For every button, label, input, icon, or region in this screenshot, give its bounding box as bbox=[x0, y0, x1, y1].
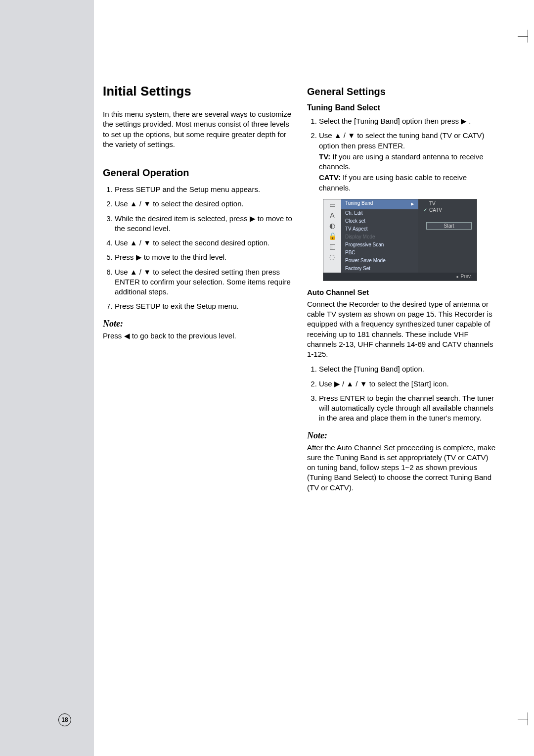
check-icon: ✓ bbox=[423, 207, 427, 213]
osd-menu-item: Progressive Scan bbox=[341, 241, 418, 249]
osd-footer: ◂Prev. bbox=[323, 273, 477, 281]
osd-menu-graphic: ▭ A ◐ 🔒 ▥ ◌ Tuning Band ▸ Ch. Edit Cloc bbox=[323, 199, 477, 281]
osd-menu-item: TV Aspect bbox=[341, 225, 418, 233]
intro-paragraph: In this menu system, there are several w… bbox=[103, 109, 293, 149]
osd-footer-label: Prev. bbox=[460, 274, 472, 279]
page-title: Initial Settings bbox=[103, 84, 293, 98]
osd-menu-list: Tuning Band ▸ Ch. Edit Clock set TV Aspe… bbox=[341, 199, 418, 273]
step-item: Use ▲ / ▼ to select the second desired o… bbox=[115, 238, 293, 248]
tuning-band-steps: Select the [Tuning Band] option then pre… bbox=[307, 116, 497, 193]
osd-menu-item-disabled: Display Mode bbox=[341, 233, 418, 241]
step-item: Select the [Tuning Band] option. bbox=[319, 364, 497, 374]
audio-category-icon: ◐ bbox=[326, 222, 339, 231]
osd-option-list: ✓TV ✓CATV Start bbox=[418, 199, 477, 273]
chevron-right-icon: ▸ bbox=[411, 200, 414, 207]
step-item: Use ▶ / ▲ / ▼ to select the [Start] icon… bbox=[319, 379, 497, 389]
osd-menu-item: Factory Set bbox=[341, 265, 418, 273]
step-item: Press ENTER to begin the channel search.… bbox=[319, 393, 497, 424]
general-settings-heading: General Settings bbox=[307, 86, 497, 97]
osd-menu-item: PBC bbox=[341, 249, 418, 257]
step-item: While the desired item is selected, pres… bbox=[115, 214, 293, 234]
general-operation-steps: Press SETUP and the Setup menu appears. … bbox=[103, 185, 293, 312]
left-margin-band bbox=[0, 0, 94, 756]
auto-channel-set-steps: Select the [Tuning Band] option. Use ▶ /… bbox=[307, 364, 497, 423]
tv-category-icon: ▭ bbox=[326, 201, 339, 210]
page-content: Initial Settings In this menu system, th… bbox=[94, 0, 524, 493]
tv-label: TV: bbox=[319, 152, 330, 161]
lock-category-icon: 🔒 bbox=[326, 232, 339, 241]
right-column: General Settings Tuning Band Select Sele… bbox=[307, 84, 497, 493]
crop-mark-top-right bbox=[528, 30, 528, 43]
general-operation-heading: General Operation bbox=[103, 167, 293, 179]
auto-channel-set-intro: Connect the Recorder to the desired type… bbox=[307, 299, 497, 360]
osd-menu-item: Clock set bbox=[341, 217, 418, 225]
osd-option-label: CATV bbox=[429, 207, 442, 213]
osd-menu-item-label: Tuning Band bbox=[345, 200, 373, 208]
osd-option-item-checked: ✓CATV bbox=[421, 207, 474, 213]
osd-menu-item-selected: Tuning Band ▸ bbox=[341, 199, 418, 209]
page-number: 18 bbox=[58, 713, 71, 726]
language-category-icon: A bbox=[326, 211, 339, 221]
step-item: Use ▲ / ▼ to select the tuning band (TV … bbox=[319, 131, 497, 193]
auto-channel-set-heading: Auto Channel Set bbox=[307, 288, 497, 296]
left-column: Initial Settings In this menu system, th… bbox=[103, 84, 293, 493]
disc-category-icon: ◌ bbox=[326, 253, 339, 262]
catv-label: CATV: bbox=[319, 173, 341, 182]
note-body: Press ◀ to go back to the previous level… bbox=[103, 331, 293, 341]
step-text: Use ▲ / ▼ to select the tuning band (TV … bbox=[319, 131, 485, 149]
catv-text: If you are using basic cable to receive … bbox=[319, 173, 467, 191]
osd-menu-item: Ch. Edit bbox=[341, 209, 418, 217]
osd-option-item: ✓TV bbox=[421, 200, 474, 207]
step-item: Press ▶ to move to the third level. bbox=[115, 252, 293, 262]
step-item: Press SETUP to exit the Setup menu. bbox=[115, 301, 293, 311]
crop-mark-bottom-right bbox=[528, 712, 528, 725]
tv-text: If you are using a standard antenna to r… bbox=[319, 152, 484, 171]
step-item: Press SETUP and the Setup menu appears. bbox=[115, 185, 293, 194]
step-item: Use ▲ / ▼ to select the desired option. bbox=[115, 199, 293, 209]
note-label: Note: bbox=[307, 430, 497, 441]
tuning-band-select-heading: Tuning Band Select bbox=[307, 103, 497, 112]
note-body: After the Auto Channel Set proceeding is… bbox=[307, 443, 497, 493]
osd-category-icons: ▭ A ◐ 🔒 ▥ ◌ bbox=[323, 199, 341, 273]
triangle-left-icon: ◂ bbox=[456, 274, 458, 279]
note-label: Note: bbox=[103, 319, 293, 329]
osd-start-button: Start bbox=[426, 222, 472, 230]
recording-category-icon: ▥ bbox=[326, 242, 339, 252]
step-item: Use ▲ / ▼ to select the desired setting … bbox=[115, 267, 293, 297]
osd-option-label: TV bbox=[429, 201, 436, 206]
osd-menu-item: Power Save Mode bbox=[341, 257, 418, 265]
step-item: Select the [Tuning Band] option then pre… bbox=[319, 116, 497, 126]
